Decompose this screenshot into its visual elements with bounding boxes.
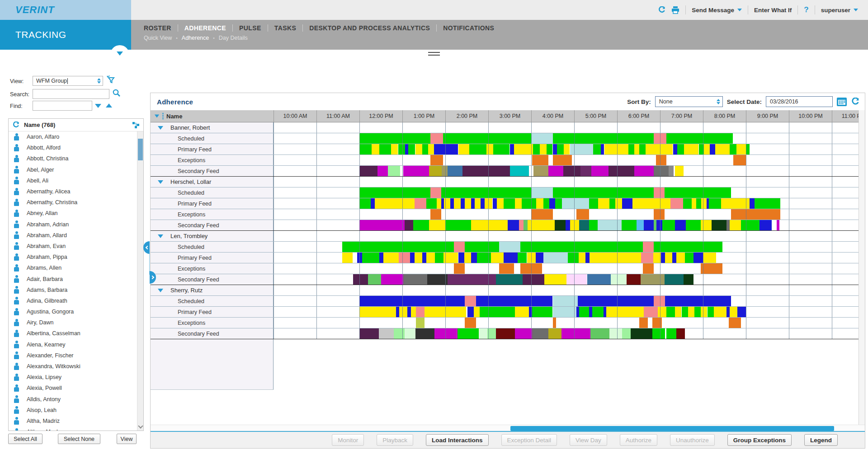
schedule-segment[interactable] <box>639 144 645 154</box>
feed-row[interactable]: Primary Feed <box>151 198 865 209</box>
list-item[interactable]: Abbott, Christina <box>9 153 137 164</box>
schedule-segment[interactable] <box>730 307 737 317</box>
list-item[interactable]: Althea, Maxham <box>9 426 137 431</box>
schedule-segment[interactable] <box>741 220 760 230</box>
schedule-segment[interactable] <box>515 328 532 339</box>
schedule-segment[interactable] <box>677 144 684 154</box>
schedule-segment[interactable] <box>622 220 637 230</box>
schedule-segment[interactable] <box>533 166 548 176</box>
schedule-segment[interactable] <box>591 166 609 176</box>
horizontal-scrollbar[interactable] <box>151 425 865 432</box>
schedule-segment[interactable] <box>461 198 465 209</box>
date-input[interactable]: 03/28/2016 <box>766 96 833 107</box>
schedule-segment[interactable] <box>632 198 670 209</box>
refresh-icon[interactable] <box>12 122 19 129</box>
schedule-segment[interactable] <box>658 307 666 317</box>
tracking-collapse-notch[interactable] <box>110 45 129 64</box>
schedule-segment[interactable] <box>604 307 607 317</box>
schedule-segment[interactable] <box>665 296 731 306</box>
schedule-segment[interactable] <box>458 328 479 339</box>
schedule-segment[interactable] <box>413 220 429 230</box>
schedule-segment[interactable] <box>430 187 441 198</box>
tab-adherence[interactable]: ADHERENCE <box>178 24 232 32</box>
schedule-segment[interactable] <box>368 274 381 285</box>
help-icon[interactable]: ? <box>804 5 808 14</box>
schedule-segment[interactable] <box>497 198 504 209</box>
list-item[interactable]: Adams, Barbara <box>9 285 137 295</box>
list-item[interactable]: Alena, Kearney <box>9 339 137 350</box>
schedule-segment[interactable] <box>465 296 476 306</box>
schedule-segment[interactable] <box>543 198 549 209</box>
name-column-header[interactable]: Name <box>151 110 274 122</box>
person-row[interactable]: Sherry, Rutz <box>151 285 865 296</box>
schedule-segment[interactable] <box>555 198 562 209</box>
list-item[interactable]: Alexia, Powell <box>9 383 137 393</box>
schedule-segment[interactable] <box>646 144 673 154</box>
schedule-segment[interactable] <box>641 274 664 285</box>
schedule-segment[interactable] <box>553 187 654 198</box>
schedule-segment[interactable] <box>589 198 598 209</box>
schedule-segment[interactable] <box>654 209 665 220</box>
schedule-segment[interactable] <box>566 220 570 230</box>
schedule-segment[interactable] <box>522 198 536 209</box>
schedule-segment[interactable] <box>471 198 475 209</box>
schedule-segment[interactable] <box>736 144 746 154</box>
spinner-icon[interactable] <box>95 78 101 84</box>
schedule-segment[interactable] <box>593 144 601 154</box>
schedule-segment[interactable] <box>654 166 669 176</box>
refresh-icon[interactable] <box>658 6 665 14</box>
schedule-segment[interactable] <box>643 263 654 274</box>
schedule-segment[interactable] <box>733 155 746 165</box>
find-prev-button[interactable] <box>106 103 112 108</box>
schedule-segment[interactable] <box>379 328 394 339</box>
schedule-segment[interactable] <box>372 144 379 154</box>
schedule-segment[interactable] <box>388 166 401 176</box>
list-item[interactable]: Alsop, Leah <box>9 405 137 416</box>
collapse-all-icon[interactable] <box>155 115 159 118</box>
schedule-segment[interactable] <box>529 307 532 317</box>
schedule-segment[interactable] <box>396 307 400 317</box>
schedule-segment[interactable] <box>493 144 509 154</box>
person-row[interactable]: Len, Trombley <box>151 231 865 242</box>
schedule-segment[interactable] <box>496 328 515 339</box>
schedule-segment[interactable] <box>641 253 653 263</box>
schedule-segment[interactable] <box>709 198 721 209</box>
list-item[interactable]: Alldis, Antony <box>9 394 137 405</box>
schedule-segment[interactable] <box>371 198 375 209</box>
schedule-segment[interactable] <box>730 144 736 154</box>
person-row[interactable]: Banner, Robert <box>151 122 865 133</box>
schedule-segment[interactable] <box>729 318 741 328</box>
list-item[interactable]: Abrams, Allen <box>9 262 137 273</box>
schedule-segment[interactable] <box>615 198 622 209</box>
tab-notifications[interactable]: NOTIFICATIONS <box>437 24 500 32</box>
schedule-segment[interactable] <box>675 166 684 176</box>
schedule-segment[interactable] <box>405 328 415 339</box>
schedule-segment[interactable] <box>715 144 730 154</box>
calendar-icon[interactable] <box>837 98 847 106</box>
schedule-segment[interactable] <box>547 144 552 154</box>
schedule-segment[interactable] <box>445 220 471 230</box>
schedule-segment[interactable] <box>708 307 714 317</box>
schedule-segment[interactable] <box>434 328 457 339</box>
list-item[interactable]: Adina, Gilbreath <box>9 295 137 306</box>
schedule-segment[interactable] <box>553 155 572 165</box>
schedule-segment[interactable] <box>403 166 429 176</box>
schedule-segment[interactable] <box>712 220 726 230</box>
schedule-segment[interactable] <box>553 318 557 328</box>
schedule-segment[interactable] <box>426 253 435 263</box>
schedule-segment[interactable] <box>654 133 667 144</box>
schedule-segment[interactable] <box>515 198 522 209</box>
schedule-segment[interactable] <box>528 220 555 230</box>
schedule-segment[interactable] <box>654 187 665 198</box>
schedule-segment[interactable] <box>359 187 430 198</box>
enter-what-if-button[interactable]: Enter What If <box>754 7 792 14</box>
schedule-segment[interactable] <box>407 307 411 317</box>
schedule-segment[interactable] <box>454 242 465 252</box>
schedule-segment[interactable] <box>544 274 566 285</box>
schedule-segment[interactable] <box>598 198 609 209</box>
schedule-segment[interactable] <box>701 307 707 317</box>
schedule-segment[interactable] <box>611 274 627 285</box>
feed-row[interactable]: Primary Feed <box>151 253 865 263</box>
schedule-segment[interactable] <box>353 274 368 285</box>
select-all-button[interactable]: Select All <box>8 434 42 444</box>
